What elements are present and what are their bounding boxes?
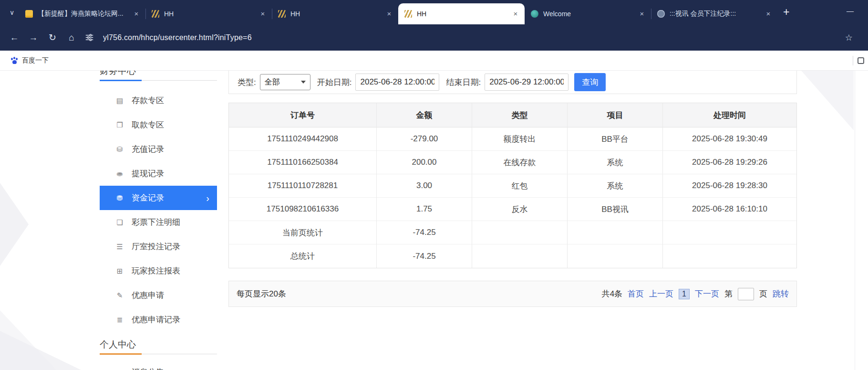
- bookmarks-bar-divider: [853, 56, 853, 65]
- side-panel-icon[interactable]: [858, 57, 864, 64]
- sidebar-menu: ▤ 存款专区 ❐ 取款专区 ⛁ 充值记录 ⛂ 提现记录 ⛃ 资金记录 › ❏: [100, 88, 217, 332]
- table-row-page-total: 当前页统计 -74.25: [229, 221, 796, 244]
- decorative-triangle: [0, 310, 56, 370]
- filter-bar: 类型: 全部 开始日期: 结束日期: 查询: [228, 71, 797, 94]
- message-icon: ✉: [114, 368, 125, 370]
- table-cell: 2025-06-28 19:28:30: [663, 174, 796, 198]
- column-header-amount: 金额: [377, 103, 472, 127]
- tab-hh-active[interactable]: HH ×: [398, 3, 525, 24]
- forward-button[interactable]: →: [24, 32, 43, 43]
- column-header-project: 项目: [568, 103, 663, 127]
- minimize-button[interactable]: —: [847, 7, 854, 15]
- personal-section-header: 个人中心: [100, 338, 217, 354]
- type-select-value: 全部: [265, 77, 301, 87]
- chevron-down-icon: [301, 81, 306, 84]
- tab-close-button[interactable]: ×: [764, 10, 773, 18]
- jump-page-input[interactable]: [738, 288, 754, 300]
- page-content: 财务中心 ▤ 存款专区 ❐ 取款专区 ⛁ 充值记录 ⛂ 提现记录 ⛃ 资金记录: [0, 71, 868, 370]
- current-page[interactable]: 1: [679, 289, 690, 299]
- next-page-link[interactable]: 下一页: [695, 288, 719, 299]
- sidebar-item-funds-records[interactable]: ⛃ 资金记录 ›: [100, 186, 217, 210]
- search-button[interactable]: 查询: [574, 73, 606, 91]
- table-cell: 额度转出: [472, 127, 568, 151]
- sidebar-item-hall-bet-records[interactable]: ☰ 厅室投注记录: [100, 234, 217, 259]
- tab-close-button[interactable]: ×: [258, 10, 267, 18]
- sidebar-item-promo-records[interactable]: ≣ 优惠申请记录: [100, 307, 217, 332]
- section-title: 财务中心: [100, 71, 137, 77]
- sidebar-item-label: 取款专区: [132, 119, 164, 130]
- table-cell: [568, 244, 663, 268]
- tab-close-button[interactable]: ×: [132, 10, 141, 18]
- bookmark-label: 百度一下: [22, 56, 49, 65]
- home-button[interactable]: ⌂: [62, 32, 81, 43]
- back-button[interactable]: ←: [5, 32, 24, 43]
- new-tab-button[interactable]: +: [783, 7, 789, 18]
- tab-title: :::视讯 会员下注纪录:::: [670, 10, 760, 18]
- sidebar-item-label: 充值记录: [132, 144, 164, 155]
- table-cell: -279.00: [377, 127, 472, 151]
- tab-title: HH: [290, 10, 381, 18]
- tab-close-button[interactable]: ×: [511, 10, 520, 18]
- tab-hh-2[interactable]: HH ×: [272, 3, 398, 24]
- tab-title: HH: [417, 10, 507, 18]
- table-cell: 系统: [568, 151, 663, 174]
- tab-forum[interactable]: 【新提醒】海燕策略论坛网... ×: [19, 3, 145, 24]
- tab-title: Welcome: [543, 10, 634, 18]
- deposit-zone-icon: ▤: [114, 96, 125, 105]
- column-header-type: 类型: [472, 103, 568, 127]
- pagination-bar: 每页显示20条 共4条 首页 上一页 1 下一页 第 页 跳转: [228, 281, 797, 307]
- end-date-input[interactable]: [485, 74, 568, 91]
- tab-bar: ∨ 【新提醒】海燕策略论坛网... × HH × HH × HH × Welco…: [0, 0, 868, 24]
- table-cell: [663, 244, 796, 268]
- tab-close-button[interactable]: ×: [638, 10, 646, 18]
- jump-label-post: 页: [759, 288, 767, 299]
- sidebar-item-label: 优惠申请记录: [132, 314, 180, 325]
- sidebar-item-deposit-zone[interactable]: ▤ 存款专区: [100, 88, 217, 113]
- section-underline: [100, 80, 142, 81]
- column-header-order-no: 订单号: [229, 103, 377, 127]
- sidebar-item-withdrawal-records[interactable]: ⛂ 提现记录: [100, 161, 217, 186]
- tab-search-button[interactable]: ∨: [5, 5, 19, 20]
- table-cell: 1751098210616336: [229, 198, 377, 221]
- type-select[interactable]: 全部: [260, 74, 310, 90]
- tab-hh-1[interactable]: HH ×: [145, 3, 272, 24]
- table-cell: [568, 221, 663, 244]
- recharge-records-icon: ⛁: [114, 145, 125, 154]
- table-row: 1751110166250384 200.00 在线存款 系统 2025-06-…: [229, 151, 796, 174]
- bookmark-baidu[interactable]: 百度一下: [7, 54, 52, 67]
- table-cell: 当前页统计: [229, 221, 377, 244]
- jump-label-pre: 第: [724, 288, 733, 299]
- jump-button[interactable]: 跳转: [773, 288, 789, 299]
- sidebar-item-recharge-records[interactable]: ⛁ 充值记录: [100, 137, 217, 161]
- withdraw-zone-icon: ❐: [114, 121, 125, 129]
- table-cell: 200.00: [377, 151, 472, 174]
- section-underline: [100, 353, 142, 355]
- sidebar: 财务中心 ▤ 存款专区 ❐ 取款专区 ⛁ 充值记录 ⛂ 提现记录 ⛃ 资金记录: [100, 71, 217, 370]
- sidebar-item-player-bet-report[interactable]: ⊞ 玩家投注报表: [100, 259, 217, 283]
- tab-video-bet-records[interactable]: :::视讯 会员下注纪录::: ×: [651, 3, 777, 24]
- sidebar-item-label: 优惠申请: [132, 290, 164, 301]
- bookmark-star-icon[interactable]: ☆: [845, 32, 853, 43]
- baidu-favicon: [10, 57, 18, 64]
- first-page-link[interactable]: 首页: [628, 288, 644, 299]
- address-bar[interactable]: yl756.com/hhcp/usercenter.html?iniType=6: [103, 33, 845, 42]
- sidebar-item-messages[interactable]: ✉ 消息公告: [100, 360, 217, 370]
- sidebar-item-label: 玩家投注报表: [132, 265, 180, 276]
- prev-page-link[interactable]: 上一页: [649, 288, 673, 299]
- sidebar-item-withdraw-zone[interactable]: ❐ 取款专区: [100, 113, 217, 137]
- sidebar-item-promo-application[interactable]: ✎ 优惠申请: [100, 283, 217, 307]
- table-cell: BB平台: [568, 127, 663, 151]
- table-cell: [472, 244, 568, 268]
- tab-welcome[interactable]: Welcome ×: [525, 3, 651, 24]
- table-header-row: 订单号 金额 类型 项目 处理时间: [229, 103, 796, 127]
- funds-records-icon: ⛃: [114, 194, 125, 202]
- table-cell: -74.25: [377, 221, 472, 244]
- table-row-grand-total: 总统计 -74.25: [229, 244, 796, 268]
- sidebar-item-lottery-bet-details[interactable]: ❏ 彩票下注明细: [100, 210, 217, 234]
- start-date-input[interactable]: [355, 74, 439, 91]
- table-cell: [663, 221, 796, 244]
- refresh-button[interactable]: ↻: [43, 32, 62, 43]
- site-info-icon[interactable]: [81, 33, 97, 42]
- table-row: 1751098210616336 1.75 反水 BB视讯 2025-06-28…: [229, 198, 796, 221]
- tab-close-button[interactable]: ×: [385, 10, 393, 18]
